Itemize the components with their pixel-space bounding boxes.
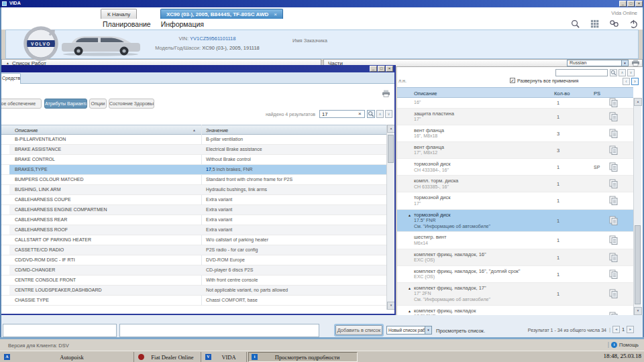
page-prev-icon[interactable]: ◄ [612, 326, 620, 333]
tab-home[interactable]: К Началу [101, 9, 137, 19]
print-icon[interactable] [631, 59, 640, 66]
taskbar-item-3[interactable]: iПросмотреть подробности [248, 352, 358, 362]
list-item[interactable]: комплект фрикц. накладок, 16", "долгий с… [397, 266, 633, 283]
taskbar-item-2[interactable]: VVIDA [203, 352, 247, 362]
scroll-down-icon[interactable]: ▼ [387, 302, 395, 310]
list-item[interactable]: ▲комплект фрикц. накладок17.5" FNRСм. "И… [397, 306, 633, 315]
table-row[interactable]: BUMPERS COLOUR MATCHEDStandard front wit… [0, 175, 386, 185]
document-icon[interactable] [609, 216, 618, 225]
scroll-up-icon[interactable]: ▲ [634, 98, 642, 106]
maximize-icon[interactable]: □ [627, 1, 635, 7]
table-row[interactable]: CENTRE LOUDSPEAKER,DASHBOARDNot applicab… [0, 286, 386, 296]
table-row[interactable]: CASSETTE/CD RADIOP2S radio - for car con… [0, 245, 386, 255]
note-prev-icon[interactable]: ‹ [623, 78, 630, 85]
attribute-scrollbar[interactable]: ▲ ▼ [386, 125, 394, 310]
menu-item-0[interactable]: Планирование [103, 20, 151, 28]
close-icon[interactable]: × [386, 66, 393, 72]
attribute-tab-2[interactable]: Опции [89, 99, 107, 109]
document-icon[interactable] [609, 98, 618, 107]
column-header-description[interactable]: Описание [15, 127, 38, 133]
keys-icon[interactable] [608, 19, 620, 29]
document-icon[interactable] [609, 162, 618, 172]
document-icon[interactable] [609, 235, 618, 245]
table-row[interactable]: CABLEHARNESS ENGINE COMPARTMENExtra vari… [0, 205, 386, 215]
table-row[interactable]: CENTRE CONSOLE FRONTWith front centre co… [0, 276, 386, 286]
help-icon[interactable]: i [611, 342, 617, 348]
sc roll-up-icon[interactable]: ▲ [387, 125, 395, 133]
list-item[interactable]: тормозной дискCH 433384-, 16"1SP [397, 159, 633, 176]
document-icon[interactable] [609, 269, 618, 279]
document-icon[interactable] [609, 289, 618, 298]
power-icon[interactable] [628, 19, 639, 29]
table-row[interactable]: CABLEHARNESS COUPEExtra variant [0, 195, 386, 205]
parts-scrollbar[interactable]: ▲ ▼ [633, 98, 641, 315]
chevron-down-icon[interactable]: ▼ [621, 60, 628, 66]
attribute-tab-0[interactable]: Программное обеспечение [0, 99, 42, 109]
column-header-ps[interactable]: PS [594, 90, 600, 97]
table-row[interactable]: BRAKE CONTROLWithout Brake control [0, 155, 386, 165]
parts-search-input[interactable] [555, 69, 608, 76]
document-icon[interactable] [609, 196, 618, 205]
list-item[interactable]: ▲тормозной диск17.5" FNRСм. "Информацию … [397, 210, 633, 233]
column-header-value[interactable]: Значение [206, 127, 228, 133]
help-label[interactable]: Помощь [619, 342, 639, 348]
print-icon[interactable] [382, 90, 390, 97]
minimize-icon[interactable]: _ [619, 1, 627, 7]
vin-value[interactable]: YV1CZ59561101118 [190, 36, 235, 42]
maximize-icon[interactable]: □ [378, 66, 385, 72]
attribute-tab-1[interactable]: Атрибуты Варианта [44, 99, 87, 109]
worklist-dropdown[interactable]: Новый список работ ▼ [386, 326, 432, 335]
list-item[interactable]: защита пластина17"1 [397, 109, 633, 125]
search-next-icon[interactable]: ∨ [627, 69, 635, 76]
note-next-icon[interactable]: › [631, 78, 639, 85]
tab-close-icon[interactable]: × [274, 11, 277, 19]
close-icon[interactable]: × [635, 1, 643, 7]
expand-notes-checkbox[interactable]: ✓ [510, 78, 515, 83]
view-list-link[interactable]: Просмотреть список. [436, 328, 485, 334]
list-item[interactable]: компл. торм. дискаCH 633385-, 16"1 [397, 176, 633, 192]
popup-titlebar[interactable] [0, 65, 394, 72]
table-row[interactable]: BRAKE ASSISTANCEElectrical Brake assista… [0, 145, 386, 155]
menu-item-1[interactable]: Информация [161, 20, 204, 28]
page-next-icon[interactable]: ► [627, 326, 634, 333]
table-row[interactable]: CHASSIE TYPEChassi COMFORT, base [0, 296, 386, 306]
search-icon[interactable] [610, 69, 617, 76]
add-to-list-button[interactable]: Добавить в список [335, 325, 382, 335]
list-item[interactable]: ▲комплект фрикц. накладок, 17"17" 2FNСм.… [397, 283, 633, 306]
list-item[interactable]: комплект фрикц. накладок, 16"EXC (OS)1 [397, 249, 633, 266]
document-icon[interactable] [609, 179, 618, 188]
scrollbar-thumb[interactable] [635, 225, 641, 304]
table-row[interactable]: CD/MD-CHANGERCD-player 6 discs P2S [0, 265, 386, 276]
document-icon[interactable] [609, 112, 618, 121]
document-icon[interactable] [609, 129, 618, 138]
column-header-qty[interactable]: Кол-во [554, 90, 570, 97]
chevron-down-icon[interactable]: ▼ [425, 326, 431, 334]
sort-asc-icon[interactable]: ▲ [193, 128, 196, 132]
document-icon[interactable] [609, 145, 618, 155]
clear-search-icon[interactable]: × [358, 111, 362, 117]
search-icon[interactable] [570, 19, 581, 29]
column-header-description[interactable]: Описание [414, 90, 437, 97]
table-row[interactable]: BUSHING, LINK ARMHydraulic bushings, lin… [0, 185, 386, 195]
table-row[interactable]: BRAKES,TYPE17,5 inch brakes, FNR [0, 165, 386, 175]
language-select[interactable]: Russian ▼ [567, 60, 629, 66]
list-item[interactable]: 16"1 [397, 98, 633, 109]
search-next-icon[interactable]: ∨ [385, 110, 392, 118]
tab-vehicle-details[interactable]: Средства [0, 73, 21, 84]
search-prev-icon[interactable]: ∧ [376, 110, 384, 118]
search-icon[interactable] [367, 110, 375, 118]
table-row[interactable]: CALLSTART OF PARKING HEATERW/o callstart… [0, 235, 386, 245]
search-prev-icon[interactable]: ∧ [619, 69, 626, 76]
list-item[interactable]: вент фланца16", М8х183 [397, 125, 633, 142]
list-item[interactable]: шестигр. винтМ6х141 [397, 232, 633, 249]
grid-menu-icon[interactable] [589, 19, 600, 29]
help-area[interactable]: | i Помощь [608, 341, 639, 348]
attribute-tab-3[interactable]: Состояние Здоровья [109, 99, 154, 109]
taskbar-item-1[interactable]: Fiat Dealer Online [136, 352, 201, 362]
document-icon[interactable] [609, 253, 618, 262]
table-row[interactable]: CD/DVD-ROM DISC - IF RTIDVD-ROM Europe [0, 255, 386, 265]
scrollbar-thumb[interactable] [388, 135, 394, 163]
taskbar-item-0[interactable]: AAutopoisk [1, 352, 134, 362]
table-row[interactable]: CABLEHARNESS REARExtra variant [0, 215, 386, 225]
table-row[interactable]: CABLEHARNESS ROOFExtra variant [0, 225, 386, 235]
